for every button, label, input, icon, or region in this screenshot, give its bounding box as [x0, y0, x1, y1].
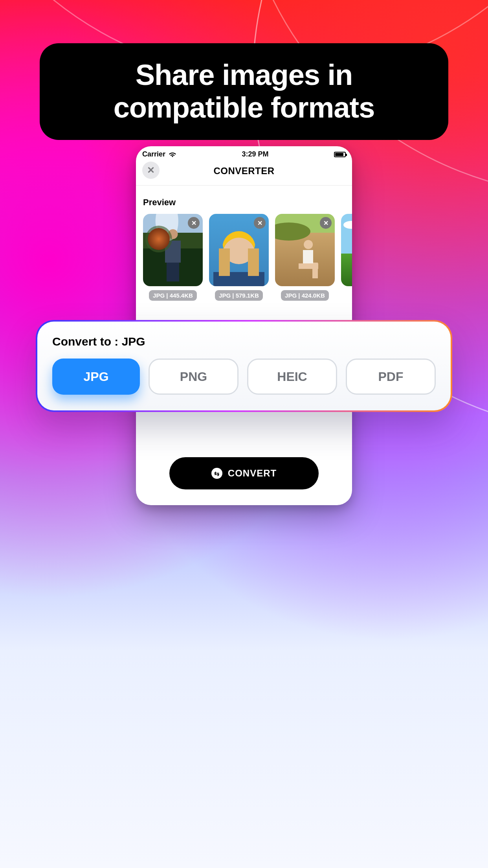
- format-picker-panel: Convert to : JPG JPG PNG HEIC PDF: [36, 320, 452, 412]
- close-icon: ✕: [147, 166, 155, 175]
- file-info-badge: JPG | 445.4KB: [149, 290, 197, 301]
- status-bar: Carrier 3:29 PM: [136, 146, 352, 160]
- convert-to-label: Convert to : JPG: [52, 335, 436, 348]
- close-button[interactable]: ✕: [142, 162, 160, 179]
- close-icon: ✕: [323, 219, 328, 227]
- thumbnail[interactable]: ✕: [209, 214, 269, 286]
- file-info-badge: JPG | 579.1KB: [215, 290, 263, 301]
- preview-heading: Preview: [136, 186, 352, 214]
- file-info-badge: JPG | 424.0KB: [281, 290, 329, 301]
- format-option-heic[interactable]: HEIC: [247, 359, 337, 395]
- preview-item[interactable]: ✕ JPG | 445.4KB: [143, 214, 203, 301]
- thumbnail[interactable]: ✕: [275, 214, 335, 286]
- wifi-icon: [169, 152, 176, 157]
- preview-item[interactable]: JPG: [341, 214, 352, 301]
- format-option-pdf[interactable]: PDF: [346, 359, 436, 395]
- convert-icon: ⇆: [211, 468, 222, 479]
- preview-strip[interactable]: ✕ JPG | 445.4KB ✕ JPG | 579.1KB ✕: [136, 214, 352, 304]
- battery-icon: [334, 152, 346, 157]
- carrier-label: Carrier: [142, 150, 165, 158]
- format-option-png[interactable]: PNG: [149, 359, 238, 395]
- close-icon: ✕: [191, 219, 196, 227]
- clock: 3:29 PM: [242, 150, 269, 158]
- close-icon: ✕: [257, 219, 262, 227]
- marketing-banner: Share images in compatible formats: [40, 43, 448, 140]
- convert-button-label: CONVERT: [228, 468, 277, 479]
- format-option-jpg[interactable]: JPG: [52, 359, 140, 395]
- thumbnail[interactable]: ✕: [143, 214, 203, 286]
- nav-bar: ✕ CONVERTER: [136, 160, 352, 186]
- remove-image-button[interactable]: ✕: [188, 217, 200, 229]
- preview-item[interactable]: ✕ JPG | 424.0KB: [275, 214, 335, 301]
- convert-button[interactable]: ⇆ CONVERT: [169, 457, 319, 489]
- page-title: CONVERTER: [136, 166, 352, 177]
- remove-image-button[interactable]: ✕: [254, 217, 266, 229]
- preview-item[interactable]: ✕ JPG | 579.1KB: [209, 214, 269, 301]
- remove-image-button[interactable]: ✕: [320, 217, 332, 229]
- thumbnail[interactable]: [341, 214, 352, 286]
